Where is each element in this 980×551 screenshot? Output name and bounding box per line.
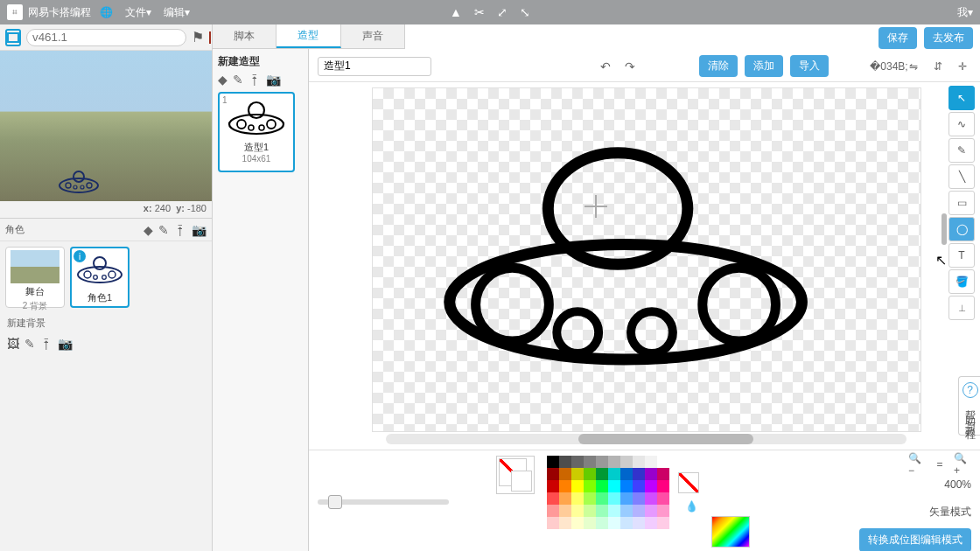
- eyedropper-icon[interactable]: 💧: [685, 500, 698, 513]
- palette-swatch[interactable]: [571, 480, 584, 492]
- backdrop-upload-icon[interactable]: ⭱: [40, 337, 52, 351]
- rect-tool[interactable]: ▭: [948, 191, 975, 215]
- grow-tool-icon[interactable]: ⤢: [497, 5, 508, 19]
- backdrop-library-icon[interactable]: 🖼: [7, 337, 19, 351]
- menu-file[interactable]: 文件▾: [125, 5, 151, 20]
- palette-swatch[interactable]: [620, 480, 633, 492]
- tab-scripts[interactable]: 脚本: [213, 24, 276, 48]
- palette-swatch[interactable]: [620, 505, 633, 517]
- palette-swatch[interactable]: [596, 505, 608, 517]
- palette-swatch[interactable]: [584, 505, 596, 517]
- no-color-swatch[interactable]: [678, 472, 699, 493]
- palette-swatch[interactable]: [645, 505, 657, 517]
- palette-swatch[interactable]: [657, 480, 669, 492]
- palette-swatch[interactable]: [608, 480, 620, 492]
- clear-button[interactable]: 清除: [699, 55, 738, 77]
- palette-swatch[interactable]: [559, 492, 571, 505]
- zoom-in-icon[interactable]: 🔍+: [954, 456, 971, 473]
- brush-size-slider[interactable]: [318, 499, 449, 505]
- stamp-tool-icon[interactable]: ▲: [450, 5, 462, 19]
- stage-preview[interactable]: [0, 51, 212, 201]
- tab-sounds[interactable]: 声音: [341, 24, 405, 48]
- redo-icon[interactable]: ↷: [620, 57, 640, 76]
- canvas-v-scrollbar[interactable]: [942, 213, 947, 245]
- pencil-tool[interactable]: ✎: [948, 138, 975, 163]
- palette-swatch[interactable]: [645, 517, 657, 529]
- add-button[interactable]: 添加: [745, 55, 783, 77]
- color-picker-gradient[interactable]: [711, 516, 750, 548]
- palette-swatch[interactable]: [571, 517, 584, 529]
- palette-swatch[interactable]: [620, 517, 633, 529]
- palette-swatch[interactable]: [608, 505, 620, 517]
- palette-swatch[interactable]: [571, 505, 584, 517]
- palette-swatch[interactable]: [584, 468, 596, 480]
- stage-thumbnail[interactable]: 舞台 2 背景: [5, 247, 65, 308]
- ellipse-tool[interactable]: ◯: [948, 217, 975, 241]
- palette-swatch[interactable]: [645, 492, 657, 505]
- text-tool[interactable]: T: [948, 243, 975, 268]
- palette-swatch[interactable]: [559, 505, 571, 517]
- new-sprite-paint-icon[interactable]: ✎: [158, 223, 169, 237]
- palette-swatch[interactable]: [596, 480, 608, 492]
- crop-icon[interactable]: �034B;: [880, 58, 898, 75]
- palette-swatch[interactable]: [645, 480, 657, 492]
- set-center-icon[interactable]: ✛: [954, 58, 971, 75]
- undo-icon[interactable]: ↶: [596, 57, 615, 76]
- costume-upload-icon[interactable]: ⭱: [248, 73, 261, 87]
- new-sprite-upload-icon[interactable]: ⭱: [174, 223, 186, 237]
- palette-swatch[interactable]: [657, 456, 669, 468]
- palette-swatch[interactable]: [657, 492, 669, 505]
- help-side-tab[interactable]: ? 帮助与教程: [958, 376, 980, 436]
- palette-swatch[interactable]: [571, 456, 584, 468]
- palette-swatch[interactable]: [571, 468, 584, 480]
- costume-thumbnail[interactable]: 1 造型1 104x61: [218, 92, 295, 172]
- tab-costumes[interactable]: 造型: [276, 24, 340, 48]
- palette-swatch[interactable]: [633, 492, 645, 505]
- user-menu[interactable]: 我▾: [957, 5, 973, 20]
- new-sprite-camera-icon[interactable]: 📷: [192, 223, 206, 237]
- save-button[interactable]: 保存: [878, 27, 917, 49]
- palette-swatch[interactable]: [608, 492, 620, 505]
- shrink-tool-icon[interactable]: ⤡: [520, 5, 530, 19]
- palette-swatch[interactable]: [584, 456, 596, 468]
- palette-swatch[interactable]: [608, 517, 620, 529]
- publish-button[interactable]: 去发布: [924, 27, 973, 49]
- backdrop-camera-icon[interactable]: 📷: [58, 337, 73, 351]
- paint-canvas[interactable]: [372, 87, 921, 432]
- palette-swatch[interactable]: [633, 480, 645, 492]
- palette-swatch[interactable]: [608, 456, 620, 468]
- costume-camera-icon[interactable]: 📷: [266, 73, 281, 87]
- palette-swatch[interactable]: [584, 517, 596, 529]
- palette-swatch[interactable]: [596, 492, 608, 505]
- palette-swatch[interactable]: [596, 517, 608, 529]
- palette-swatch[interactable]: [620, 468, 633, 480]
- stop-button[interactable]: [209, 31, 211, 44]
- project-name-input[interactable]: [26, 29, 186, 46]
- palette-swatch[interactable]: [547, 505, 559, 517]
- palette-swatch[interactable]: [645, 456, 657, 468]
- palette-swatch[interactable]: [584, 480, 596, 492]
- green-flag-icon[interactable]: ⚑: [192, 29, 204, 45]
- palette-swatch[interactable]: [633, 517, 645, 529]
- fullscreen-button[interactable]: [5, 29, 21, 46]
- canvas-h-scrollbar[interactable]: [386, 434, 906, 444]
- reshape-tool[interactable]: ∿: [948, 112, 975, 136]
- new-sprite-library-icon[interactable]: ◆: [144, 223, 153, 237]
- menu-edit[interactable]: 编辑▾: [164, 5, 190, 20]
- palette-swatch[interactable]: [657, 505, 669, 517]
- costume-paint-icon[interactable]: ✎: [233, 73, 243, 87]
- palette-swatch[interactable]: [633, 505, 645, 517]
- palette-swatch[interactable]: [633, 468, 645, 480]
- select-tool[interactable]: ↖: [948, 86, 975, 110]
- stamp-copy-tool[interactable]: ⟂: [948, 296, 975, 320]
- palette-swatch[interactable]: [559, 456, 571, 468]
- costume-library-icon[interactable]: ◆: [218, 73, 228, 87]
- help-icon[interactable]: ?: [962, 382, 978, 398]
- flip-v-icon[interactable]: ⇵: [929, 58, 947, 75]
- palette-swatch[interactable]: [620, 456, 633, 468]
- sprite-info-icon[interactable]: i: [74, 250, 86, 262]
- palette-swatch[interactable]: [657, 468, 669, 480]
- palette-swatch[interactable]: [547, 468, 559, 480]
- palette-swatch[interactable]: [571, 492, 584, 505]
- sprite-thumbnail[interactable]: i 角色1: [70, 247, 130, 308]
